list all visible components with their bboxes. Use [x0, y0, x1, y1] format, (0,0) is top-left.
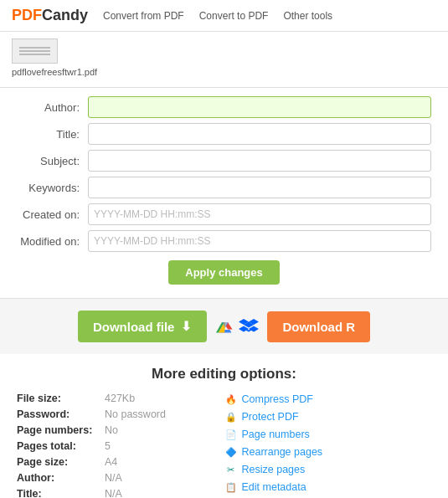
label-title: Title: [17, 128, 88, 141]
cloud-icons [215, 316, 259, 336]
logo: PDFCandy [12, 7, 88, 24]
info-value-page-numbers: No [105, 424, 118, 436]
info-row-title: Title: N/A [17, 488, 224, 498]
info-row-page-numbers: Page numbers: No [17, 424, 224, 436]
info-value-pages-total: 5 [105, 440, 111, 452]
download-row: Download file ⬇ Download R [0, 299, 448, 354]
download-file-button[interactable]: Download file ⬇ [78, 311, 208, 342]
info-label-filesize: File size: [17, 393, 105, 404]
google-drive-icon[interactable] [215, 316, 235, 336]
resize-pages-link[interactable]: Resize pages [242, 464, 306, 475]
action-row-resize: ✂ Resize pages [224, 463, 432, 476]
info-label-page-numbers: Page numbers: [17, 424, 105, 436]
compress-pdf-icon: 🔥 [224, 393, 238, 406]
resize-pages-icon: ✂ [224, 463, 238, 476]
info-row-pages-total: Pages total: 5 [17, 440, 224, 452]
info-value-page-size: A4 [105, 456, 117, 468]
input-created-on[interactable] [88, 203, 431, 225]
input-title[interactable] [88, 123, 431, 145]
options-content: File size: 427Kb Password: No password P… [17, 393, 431, 498]
info-value-filesize: 427Kb [105, 393, 135, 404]
page-numbers-link[interactable]: Page numbers [242, 429, 310, 440]
action-row-rearrange: 🔷 Rearrange pages [224, 445, 432, 459]
form-row-subject: Subject: [17, 150, 431, 172]
rearrange-pages-icon: 🔷 [224, 445, 238, 459]
rearrange-pages-link[interactable]: Rearrange pages [242, 446, 323, 458]
dropbox-icon[interactable] [239, 316, 259, 336]
label-subject: Subject: [17, 155, 88, 167]
info-label-author-meta: Author: [17, 472, 105, 484]
input-author[interactable] [88, 96, 431, 118]
protect-pdf-link[interactable]: Protect PDF [242, 411, 299, 423]
input-subject[interactable] [88, 150, 431, 172]
info-row-filesize: File size: 427Kb [17, 393, 224, 404]
thumb-line-2 [19, 50, 50, 52]
thumb-line-1 [19, 47, 50, 49]
page-numbers-icon: 📄 [224, 428, 238, 441]
info-label-title-meta: Title: [17, 488, 105, 498]
more-options-title: More editing options: [17, 366, 431, 382]
form-row-title: Title: [17, 123, 431, 145]
compress-pdf-link[interactable]: Compress PDF [242, 393, 313, 405]
file-name: pdflovefreesftwr1.pdf [12, 67, 436, 77]
nav-convert-from-pdf[interactable]: Convert from PDF [103, 10, 184, 22]
action-links: 🔥 Compress PDF 🔒 Protect PDF 📄 Page numb… [224, 393, 432, 498]
edit-metadata-link-1[interactable]: Edit metadata [242, 481, 306, 493]
apply-btn-row: Apply changes [17, 260, 431, 285]
more-options-section: More editing options: File size: 427Kb P… [0, 354, 448, 498]
nav-convert-to-pdf[interactable]: Convert to PDF [199, 10, 269, 22]
form-row-keywords: Keywords: [17, 177, 431, 198]
input-modified-on[interactable] [88, 230, 431, 252]
input-keywords[interactable] [88, 177, 431, 198]
info-row-author: Author: N/A [17, 472, 224, 484]
form-row-created-on: Created on: [17, 203, 431, 225]
info-row-password: Password: No password [17, 408, 224, 420]
info-label-page-size: Page size: [17, 456, 105, 468]
label-created-on: Created on: [17, 208, 88, 221]
download-orange-button[interactable]: Download R [267, 311, 370, 342]
protect-pdf-icon: 🔒 [224, 410, 238, 424]
download-arrow-icon: ⬇ [181, 319, 192, 334]
form-row-author: Author: [17, 96, 431, 118]
action-row-protect: 🔒 Protect PDF [224, 410, 432, 424]
action-row-page-numbers: 📄 Page numbers [224, 428, 432, 441]
thumb-line-3 [19, 54, 50, 55]
info-label-pages-total: Pages total: [17, 440, 105, 452]
file-info: File size: 427Kb Password: No password P… [17, 393, 224, 498]
form-section: Author: Title: Subject: Keywords: Create… [0, 88, 448, 299]
logo-candy: Candy [42, 7, 88, 23]
info-value-author-meta: N/A [105, 472, 122, 484]
nav-other-tools[interactable]: Other tools [283, 10, 332, 22]
label-keywords: Keywords: [17, 182, 88, 194]
file-thumbnail [12, 39, 58, 64]
download-file-label: Download file [93, 320, 175, 334]
label-modified-on: Modified on: [17, 235, 88, 248]
file-section: pdflovefreesftwr1.pdf [0, 32, 448, 88]
label-author: Author: [17, 101, 88, 114]
info-value-title-meta: N/A [105, 488, 122, 498]
info-row-page-size: Page size: A4 [17, 456, 224, 468]
apply-changes-button[interactable]: Apply changes [168, 260, 279, 285]
info-value-password: No password [105, 408, 166, 420]
header: PDFCandy Convert from PDF Convert to PDF… [0, 0, 448, 32]
action-row-edit-meta-1: 📋 Edit metadata [224, 480, 432, 494]
action-row-compress: 🔥 Compress PDF [224, 393, 432, 406]
info-label-password: Password: [17, 408, 105, 420]
logo-pdf: PDF [12, 7, 42, 23]
edit-metadata-icon-1: 📋 [224, 480, 238, 494]
form-row-modified-on: Modified on: [17, 230, 431, 252]
